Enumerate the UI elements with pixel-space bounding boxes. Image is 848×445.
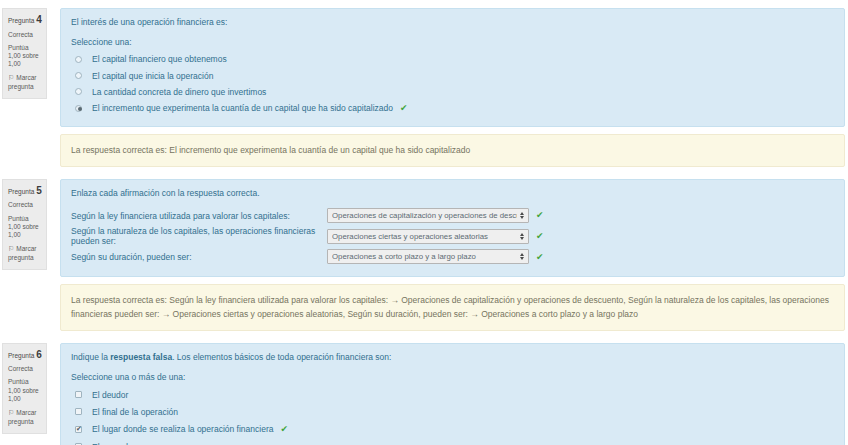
answer-option[interactable]: El final de la operación	[71, 403, 834, 420]
answer-option[interactable]: El acreedor	[71, 438, 834, 445]
question-5-content: Enlaza cada afirmación con la respuesta …	[60, 179, 845, 331]
radio-icon[interactable]	[75, 88, 82, 95]
option-label[interactable]: El deudor	[92, 390, 128, 400]
checkbox-options: El deudor El final de la operación El lu…	[71, 386, 834, 445]
match-label: Según la naturaleza de los capitales, la…	[71, 226, 327, 246]
question-text: Indique la respuesta falsa. Los elemento…	[71, 352, 834, 362]
checkbox-checked-icon[interactable]	[75, 426, 82, 433]
question-5: Pregunta 5 Correcta Puntúa 1,00 sobre 1,…	[2, 179, 845, 331]
question-4-content: El interés de una operación financiera e…	[60, 8, 845, 167]
match-label: Según la ley financiera utilizada para v…	[71, 211, 327, 221]
question-5-info-box: Pregunta 5 Correcta Puntúa 1,00 sobre 1,…	[2, 179, 47, 270]
question-text: Enlaza cada afirmación con la respuesta …	[71, 188, 834, 198]
radio-icon[interactable]	[75, 56, 82, 63]
option-label[interactable]: La cantidad concreta de dinero que inver…	[92, 87, 266, 97]
answer-option-selected[interactable]: El lugar donde se realiza la operación f…	[71, 421, 834, 439]
question-6-content: Indique la respuesta falsa. Los elemento…	[60, 343, 845, 445]
question-5-feedback: La respuesta correcta es: Según la ley f…	[60, 284, 845, 330]
flag-question-link[interactable]: Marcar pregunta	[8, 245, 38, 262]
answer-prompt: Seleccione una:	[71, 37, 834, 47]
question-4-feedback: La respuesta correcta es: El incremento …	[60, 134, 845, 167]
question-text: El interés de una operación financiera e…	[71, 17, 834, 27]
option-label[interactable]: El lugar donde se realiza la operación f…	[92, 424, 273, 434]
match-select-dropdown[interactable]: Operaciones a corto plazo y a largo plaz…	[327, 249, 529, 264]
match-row: Según la ley financiera utilizada para v…	[71, 208, 834, 223]
radio-selected-icon[interactable]	[75, 105, 82, 112]
question-number: Pregunta 6	[8, 349, 42, 362]
match-row: Según su duración, pueden ser: Operacion…	[71, 249, 834, 264]
flag-question-link[interactable]: Marcar pregunta	[8, 409, 38, 426]
answer-option[interactable]: El capital que inicia la operación	[71, 68, 834, 84]
match-select-dropdown[interactable]: Operaciones de capitalización y operacio…	[327, 208, 529, 223]
answer-option-selected[interactable]: El incremento que experimenta la cuantía…	[71, 100, 834, 117]
correct-check-icon	[536, 231, 544, 242]
match-label: Según su duración, pueden ser:	[71, 252, 327, 262]
select-arrows-icon	[520, 253, 524, 260]
correct-check-icon	[536, 210, 544, 221]
question-grade: Puntúa 1,00 sobre 1,00	[8, 378, 42, 402]
correct-check-icon	[536, 252, 544, 263]
question-4: Pregunta 4 Correcta Puntúa 1,00 sobre 1,…	[2, 8, 845, 167]
option-label[interactable]: El incremento que experimenta la cuantía…	[92, 103, 393, 113]
option-label[interactable]: El final de la operación	[92, 407, 178, 417]
question-6-info-box: Pregunta 6 Correcta Puntúa 1,00 sobre 1,…	[2, 343, 47, 434]
checkbox-icon[interactable]	[75, 391, 82, 398]
radio-icon[interactable]	[75, 72, 82, 79]
question-number: Pregunta 5	[8, 185, 42, 198]
match-row: Según la naturaleza de los capitales, la…	[71, 226, 834, 246]
option-label[interactable]: El capital que inicia la operación	[92, 71, 213, 81]
select-arrows-icon	[520, 212, 524, 219]
select-arrows-icon	[520, 233, 524, 240]
question-grade: Puntúa 1,00 sobre 1,00	[8, 44, 42, 68]
quiz-review-page: Pregunta 4 Correcta Puntúa 1,00 sobre 1,…	[0, 0, 848, 445]
question-state: Correcta	[8, 31, 42, 39]
correct-check-icon	[280, 424, 288, 435]
question-6-formulation: Indique la respuesta falsa. Los elemento…	[60, 343, 845, 445]
answer-option[interactable]: El capital financiero que obtenemos	[71, 51, 834, 67]
checkbox-icon[interactable]	[75, 408, 82, 415]
question-state: Correcta	[8, 201, 42, 209]
question-grade: Puntúa 1,00 sobre 1,00	[8, 215, 42, 239]
option-label[interactable]: El capital financiero que obtenemos	[92, 54, 227, 64]
correct-check-icon	[400, 103, 408, 114]
question-state: Correcta	[8, 365, 42, 373]
answer-option[interactable]: La cantidad concreta de dinero que inver…	[71, 84, 834, 100]
match-select-dropdown[interactable]: Operaciones ciertas y operaciones aleato…	[327, 229, 529, 244]
flag-question-link[interactable]: Marcar pregunta	[8, 74, 38, 91]
question-6: Pregunta 6 Correcta Puntúa 1,00 sobre 1,…	[2, 343, 845, 445]
question-4-info-box: Pregunta 4 Correcta Puntúa 1,00 sobre 1,…	[2, 8, 47, 99]
question-5-formulation: Enlaza cada afirmación con la respuesta …	[60, 179, 845, 278]
answer-prompt: Seleccione una o más de una:	[71, 372, 834, 382]
answer-option[interactable]: El deudor	[71, 386, 834, 403]
question-number: Pregunta 4	[8, 14, 42, 27]
question-4-formulation: El interés de una operación financiera e…	[60, 8, 845, 127]
